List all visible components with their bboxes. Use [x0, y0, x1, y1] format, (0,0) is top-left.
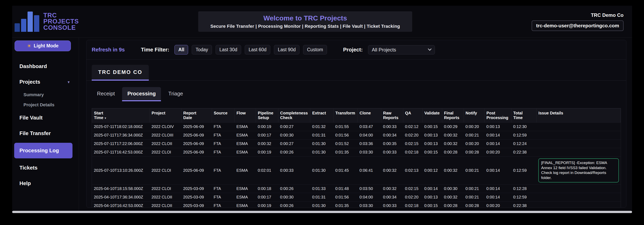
- table-cell: 0:03:50: [358, 184, 381, 193]
- table-cell: 0:00:32: [442, 131, 464, 140]
- table-cell: 0:02:01: [256, 156, 278, 184]
- table-cell: 0:01:31: [310, 131, 334, 140]
- table-cell: FTA: [212, 148, 234, 156]
- table-header-row: StartTime ▼ProjectReportDateSourceFlowPi…: [92, 108, 621, 122]
- table-cell: 2025-07-11T17:36:34.000Z: [92, 131, 150, 140]
- table-cell: 0:01:52: [334, 140, 358, 148]
- project-label: Project:: [343, 46, 363, 53]
- time-filter-last-90d[interactable]: Last 90d: [274, 45, 300, 54]
- column-header-start-time[interactable]: StartTime ▼: [92, 108, 150, 122]
- column-header-total-time[interactable]: TotalTime: [512, 108, 536, 122]
- table-cell: 0:02:18: [403, 201, 422, 208]
- table-row[interactable]: 2025-04-10T17:36:34.000Z2022 CLOII2025-0…: [92, 193, 621, 201]
- table-cell: 2025-07-11T17:22:06.000Z: [92, 140, 150, 148]
- horizontal-scrollbar[interactable]: [12, 211, 632, 213]
- sidebar-item-file-transfer[interactable]: File Transfer: [14, 126, 72, 141]
- table-cell: 2022 CLOII: [150, 193, 181, 201]
- logo-line-3: CONSOLE: [43, 25, 79, 31]
- table-cell: 0:03:30: [358, 201, 381, 208]
- table-cell: FTA: [212, 131, 234, 140]
- table-cell: 0:00:13: [422, 131, 442, 140]
- table-cell: 2025-06-09: [182, 131, 212, 140]
- column-header-validate[interactable]: Validate: [422, 108, 442, 122]
- column-header-transform[interactable]: Transform: [334, 108, 358, 122]
- sidebar-item-label: File Transfer: [20, 130, 51, 136]
- column-header-completeness-check[interactable]: CompletenessCheck: [278, 108, 310, 122]
- table-row[interactable]: 2025-07-11T17:36:34.000Z2022 CLOIII2025-…: [92, 131, 621, 140]
- table-cell: 0:00:30: [278, 131, 310, 140]
- column-header-extract[interactable]: Extract: [310, 108, 334, 122]
- user-email[interactable]: trc-demo-user@thereportingco.com: [532, 20, 624, 31]
- time-filter-custom[interactable]: Custom: [303, 45, 327, 54]
- column-header-pipeline-setup[interactable]: PipelineSetup: [256, 108, 278, 122]
- column-header-final-reports[interactable]: FinalReports: [442, 108, 464, 122]
- table-cell: 0:22:38: [512, 201, 536, 208]
- sidebar-item-dashboard[interactable]: Dashboard: [14, 58, 72, 74]
- table-cell: 0:00:34: [381, 193, 403, 201]
- table-cell: 0:01:48: [334, 184, 358, 193]
- tab-receipt[interactable]: Receipt: [92, 87, 120, 101]
- sidebar-item-file-vault[interactable]: File Vault: [14, 110, 72, 126]
- column-header-issue-details[interactable]: Issue Details: [536, 108, 620, 122]
- table-cell: 0:01:45: [334, 156, 358, 184]
- table-row[interactable]: 2025-07-11T18:02:18.000Z2022 CLOIV2025-0…: [92, 122, 621, 131]
- column-header-project[interactable]: Project: [150, 108, 181, 122]
- table-row[interactable]: 2025-07-11T16:42:53.000Z2022 CLOI2025-06…: [92, 148, 621, 156]
- table-cell: ESMA: [235, 148, 256, 156]
- sidebar-item-projects[interactable]: Projects▾: [14, 74, 72, 90]
- issue-details-badge: [FINAL_REPORTS] -Exception: ESMA Annex 1…: [538, 158, 619, 182]
- app-window: TRC PROJECTS CONSOLE Welcome to TRC Proj…: [12, 6, 632, 212]
- project-select[interactable]: All Projects: [368, 45, 435, 54]
- sidebar-item-label: Help: [20, 180, 31, 186]
- sidebar-nav: DashboardProjects▾SummaryProject Details…: [14, 58, 77, 191]
- time-filter-last-60d[interactable]: Last 60d: [245, 45, 270, 54]
- table-cell: 0:00:35: [381, 140, 403, 148]
- time-filter-all[interactable]: All: [174, 45, 188, 54]
- table-row[interactable]: 2025-04-10T16:42:53.000Z2022 CLOII2025-0…: [92, 201, 621, 208]
- stage-tab-bar: ReceiptProcessingTriage: [92, 87, 621, 101]
- sidebar-item-help[interactable]: Help: [14, 176, 72, 191]
- cell-issue-details: [536, 148, 620, 156]
- sidebar-item-summary[interactable]: Summary: [14, 90, 72, 100]
- table-row[interactable]: 2025-07-11T17:22:06.000Z2022 CLOII2025-0…: [92, 140, 621, 148]
- column-header-flow[interactable]: Flow: [235, 108, 256, 122]
- column-header-notify[interactable]: Notify: [464, 108, 484, 122]
- column-header-clone[interactable]: Clone: [358, 108, 381, 122]
- column-header-raw-reports[interactable]: RawReports: [381, 108, 403, 122]
- column-header-qa[interactable]: QA: [403, 108, 422, 122]
- table-row[interactable]: 2025-07-10T13:10:26.000Z2022 CLOI2025-06…: [92, 156, 621, 184]
- table-cell: 2025-06-09: [182, 148, 212, 156]
- table-cell: 0:00:33: [381, 201, 403, 208]
- table-cell: 0:00:18: [256, 184, 278, 193]
- sidebar-item-project-details[interactable]: Project Details: [14, 100, 72, 110]
- sidebar-item-tickets[interactable]: Tickets: [14, 160, 72, 176]
- table-cell: 0:01:30: [310, 201, 334, 208]
- table-cell: 0:02:15: [403, 184, 422, 193]
- table-cell: 0:03:47: [358, 122, 381, 131]
- sidebar-item-processing-log[interactable]: Processing Log: [14, 143, 72, 158]
- table-cell: 0:12:59: [512, 131, 536, 140]
- caret-down-icon: ▾: [68, 80, 70, 84]
- tab-trc-demo-co[interactable]: TRC DEMO CO: [92, 65, 149, 80]
- time-filter-last-30d[interactable]: Last 30d: [216, 45, 241, 54]
- time-filter-today[interactable]: Today: [192, 45, 212, 54]
- table-cell: 0:12:24: [512, 140, 536, 148]
- light-mode-toggle[interactable]: ☀ Light Mode: [14, 40, 71, 51]
- table-cell: 0:00:20: [464, 140, 484, 148]
- table-cell: 0:04:00: [358, 193, 381, 201]
- table-cell: 0:01:30: [310, 148, 334, 156]
- table-cell: 0:03:30: [358, 148, 381, 156]
- table-row[interactable]: 2025-04-10T18:15:58.000Z2022 CLOI2025-03…: [92, 184, 621, 193]
- column-header-report-date[interactable]: ReportDate: [182, 108, 212, 122]
- table-cell: ESMA: [235, 201, 256, 208]
- column-header-source[interactable]: Source: [212, 108, 234, 122]
- table-cell: FTA: [212, 184, 234, 193]
- column-header-post-processing[interactable]: PostProcessing: [484, 108, 511, 122]
- tab-processing[interactable]: Processing: [122, 87, 161, 101]
- table-cell: 0:00:14: [484, 193, 511, 201]
- table-cell: 0:00:33: [381, 122, 403, 131]
- tab-triage[interactable]: Triage: [163, 87, 188, 101]
- table-cell: 0:02:18: [403, 148, 422, 156]
- table-cell: 0:00:21: [464, 193, 484, 201]
- logo-text: TRC PROJECTS CONSOLE: [43, 12, 79, 30]
